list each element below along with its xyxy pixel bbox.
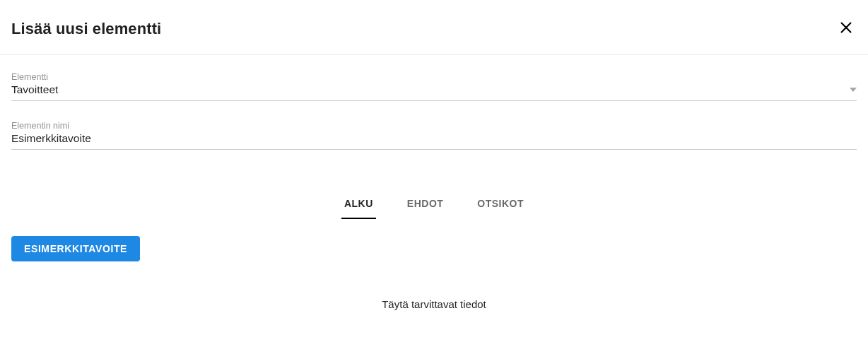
helper-text: Täytä tarvittavat tiedot	[0, 298, 868, 310]
dialog-title: Lisää uusi elementti	[11, 20, 161, 38]
add-element-dialog: Lisää uusi elementti Elementti Tavoittee…	[0, 0, 868, 354]
element-select-value: Tavoitteet	[11, 83, 844, 96]
element-select-label: Elementti	[11, 72, 857, 82]
dialog-header: Lisää uusi elementti	[0, 0, 868, 55]
element-name-label: Elementin nimi	[11, 121, 857, 131]
example-goal-chip[interactable]: ESIMERKKITAVOITE	[11, 236, 140, 261]
chip-row: ESIMERKKITAVOITE	[0, 236, 868, 261]
tab-alku[interactable]: ALKU	[341, 189, 376, 219]
element-name-input[interactable]	[11, 132, 857, 145]
close-icon	[838, 20, 854, 37]
form-area: Elementti Tavoitteet Elementin nimi	[0, 55, 868, 150]
tabs: ALKU EHDOT OTSIKOT	[0, 189, 868, 219]
tab-otsikot[interactable]: OTSIKOT	[474, 189, 527, 219]
close-button[interactable]	[835, 17, 857, 40]
element-name-field: Elementin nimi	[11, 121, 857, 150]
tab-ehdot[interactable]: EHDOT	[404, 189, 447, 219]
element-select-field[interactable]: Elementti Tavoitteet	[11, 72, 857, 101]
caret-down-icon	[850, 88, 857, 92]
